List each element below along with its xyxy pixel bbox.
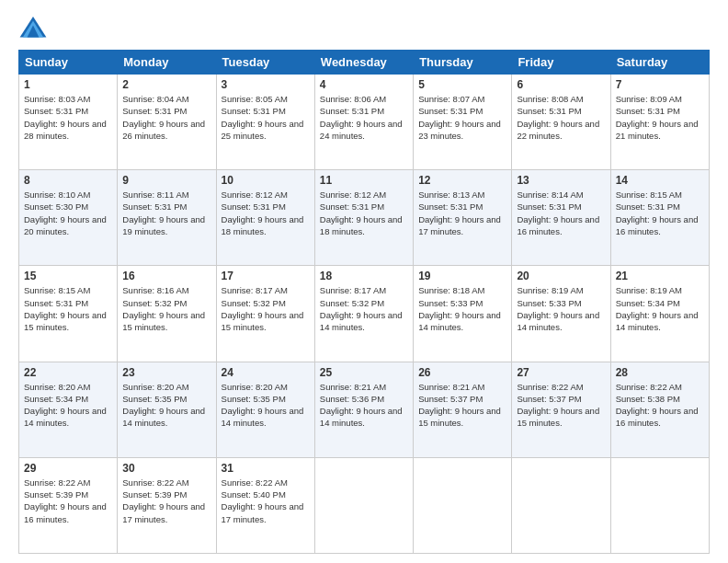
weekday-header-cell: Monday [118, 51, 216, 75]
page: SundayMondayTuesdayWednesdayThursdayFrid… [0, 0, 728, 563]
calendar-day-cell: 31 Sunrise: 8:22 AM Sunset: 5:40 PM Dayl… [216, 457, 314, 553]
calendar-body: 1 Sunrise: 8:03 AM Sunset: 5:31 PM Dayli… [19, 75, 710, 554]
day-number: 31 [222, 462, 310, 475]
day-number: 6 [517, 78, 605, 91]
day-info: Sunrise: 8:12 AM Sunset: 5:31 PM Dayligh… [320, 189, 408, 237]
day-number: 15 [24, 270, 112, 282]
calendar-day-cell [414, 457, 512, 553]
day-number: 28 [616, 366, 704, 379]
day-number: 23 [122, 366, 210, 379]
weekday-header-cell: Sunday [19, 51, 118, 75]
calendar-day-cell: 30 Sunrise: 8:22 AM Sunset: 5:39 PM Dayl… [118, 457, 216, 553]
calendar-day-cell: 6 Sunrise: 8:08 AM Sunset: 5:31 PM Dayli… [512, 75, 610, 170]
day-info: Sunrise: 8:07 AM Sunset: 5:31 PM Dayligh… [418, 93, 506, 142]
weekday-header-row: SundayMondayTuesdayWednesdayThursdayFrid… [19, 51, 710, 75]
day-number: 26 [418, 366, 506, 379]
calendar-day-cell: 25 Sunrise: 8:21 AM Sunset: 5:36 PM Dayl… [314, 362, 413, 457]
calendar-day-cell [314, 457, 413, 553]
calendar-day-cell: 12 Sunrise: 8:13 AM Sunset: 5:31 PM Dayl… [414, 170, 512, 266]
calendar-day-cell: 18 Sunrise: 8:17 AM Sunset: 5:32 PM Dayl… [314, 266, 413, 362]
day-info: Sunrise: 8:18 AM Sunset: 5:33 PM Dayligh… [418, 284, 506, 333]
day-number: 25 [320, 366, 408, 379]
day-info: Sunrise: 8:20 AM Sunset: 5:34 PM Dayligh… [24, 381, 112, 430]
calendar-day-cell: 3 Sunrise: 8:05 AM Sunset: 5:31 PM Dayli… [216, 75, 314, 170]
calendar-day-cell: 19 Sunrise: 8:18 AM Sunset: 5:33 PM Dayl… [414, 266, 512, 362]
day-info: Sunrise: 8:15 AM Sunset: 5:31 PM Dayligh… [24, 284, 112, 333]
calendar-day-cell: 4 Sunrise: 8:06 AM Sunset: 5:31 PM Dayli… [314, 75, 413, 170]
day-info: Sunrise: 8:17 AM Sunset: 5:32 PM Dayligh… [222, 284, 310, 333]
day-info: Sunrise: 8:11 AM Sunset: 5:31 PM Dayligh… [122, 189, 210, 237]
calendar-day-cell [512, 457, 610, 553]
day-number: 22 [24, 366, 112, 379]
day-info: Sunrise: 8:21 AM Sunset: 5:37 PM Dayligh… [418, 381, 506, 430]
day-info: Sunrise: 8:20 AM Sunset: 5:35 PM Dayligh… [222, 381, 310, 430]
day-info: Sunrise: 8:22 AM Sunset: 5:39 PM Dayligh… [122, 477, 210, 525]
calendar-day-cell: 13 Sunrise: 8:14 AM Sunset: 5:31 PM Dayl… [512, 170, 610, 266]
calendar-week-row: 15 Sunrise: 8:15 AM Sunset: 5:31 PM Dayl… [19, 266, 710, 362]
day-info: Sunrise: 8:16 AM Sunset: 5:32 PM Dayligh… [122, 284, 210, 333]
day-info: Sunrise: 8:20 AM Sunset: 5:35 PM Dayligh… [122, 381, 210, 430]
calendar-week-row: 29 Sunrise: 8:22 AM Sunset: 5:39 PM Dayl… [19, 457, 710, 553]
day-number: 9 [122, 174, 210, 187]
day-info: Sunrise: 8:05 AM Sunset: 5:31 PM Dayligh… [222, 93, 310, 142]
day-number: 20 [517, 270, 605, 282]
day-info: Sunrise: 8:13 AM Sunset: 5:31 PM Dayligh… [418, 189, 506, 237]
header [18, 15, 710, 40]
day-number: 24 [222, 366, 310, 379]
day-info: Sunrise: 8:10 AM Sunset: 5:30 PM Dayligh… [24, 189, 112, 237]
day-number: 16 [122, 270, 210, 282]
calendar-day-cell: 21 Sunrise: 8:19 AM Sunset: 5:34 PM Dayl… [610, 266, 709, 362]
calendar-day-cell: 28 Sunrise: 8:22 AM Sunset: 5:38 PM Dayl… [610, 362, 709, 457]
day-number: 5 [418, 78, 506, 91]
calendar-day-cell: 22 Sunrise: 8:20 AM Sunset: 5:34 PM Dayl… [19, 362, 118, 457]
day-info: Sunrise: 8:21 AM Sunset: 5:36 PM Dayligh… [320, 381, 408, 430]
calendar-day-cell: 26 Sunrise: 8:21 AM Sunset: 5:37 PM Dayl… [414, 362, 512, 457]
day-number: 27 [517, 366, 605, 379]
day-info: Sunrise: 8:19 AM Sunset: 5:33 PM Dayligh… [517, 284, 605, 333]
day-number: 2 [122, 78, 210, 91]
day-info: Sunrise: 8:15 AM Sunset: 5:31 PM Dayligh… [616, 189, 704, 237]
calendar-day-cell: 17 Sunrise: 8:17 AM Sunset: 5:32 PM Dayl… [216, 266, 314, 362]
day-number: 13 [517, 174, 605, 187]
calendar-day-cell: 8 Sunrise: 8:10 AM Sunset: 5:30 PM Dayli… [19, 170, 118, 266]
day-info: Sunrise: 8:17 AM Sunset: 5:32 PM Dayligh… [320, 284, 408, 333]
day-info: Sunrise: 8:22 AM Sunset: 5:40 PM Dayligh… [222, 477, 310, 525]
day-number: 4 [320, 78, 408, 91]
calendar-day-cell: 23 Sunrise: 8:20 AM Sunset: 5:35 PM Dayl… [118, 362, 216, 457]
calendar-week-row: 1 Sunrise: 8:03 AM Sunset: 5:31 PM Dayli… [19, 75, 710, 170]
day-info: Sunrise: 8:14 AM Sunset: 5:31 PM Dayligh… [517, 189, 605, 237]
day-number: 19 [418, 270, 506, 282]
calendar-day-cell: 9 Sunrise: 8:11 AM Sunset: 5:31 PM Dayli… [118, 170, 216, 266]
day-info: Sunrise: 8:22 AM Sunset: 5:39 PM Dayligh… [24, 477, 112, 525]
day-info: Sunrise: 8:06 AM Sunset: 5:31 PM Dayligh… [320, 93, 408, 142]
day-number: 14 [616, 174, 704, 187]
day-info: Sunrise: 8:08 AM Sunset: 5:31 PM Dayligh… [517, 93, 605, 142]
day-number: 10 [222, 174, 310, 187]
calendar-day-cell: 7 Sunrise: 8:09 AM Sunset: 5:31 PM Dayli… [610, 75, 709, 170]
day-number: 12 [418, 174, 506, 187]
day-number: 8 [24, 174, 112, 187]
calendar-week-row: 22 Sunrise: 8:20 AM Sunset: 5:34 PM Dayl… [19, 362, 710, 457]
day-number: 17 [222, 270, 310, 282]
calendar-day-cell: 24 Sunrise: 8:20 AM Sunset: 5:35 PM Dayl… [216, 362, 314, 457]
day-number: 1 [24, 78, 112, 91]
day-info: Sunrise: 8:22 AM Sunset: 5:37 PM Dayligh… [517, 381, 605, 430]
calendar-day-cell: 14 Sunrise: 8:15 AM Sunset: 5:31 PM Dayl… [610, 170, 709, 266]
day-info: Sunrise: 8:12 AM Sunset: 5:31 PM Dayligh… [222, 189, 310, 237]
logo [18, 15, 51, 40]
weekday-header-cell: Saturday [610, 51, 709, 75]
calendar-table: SundayMondayTuesdayWednesdayThursdayFrid… [18, 50, 710, 554]
calendar-week-row: 8 Sunrise: 8:10 AM Sunset: 5:30 PM Dayli… [19, 170, 710, 266]
day-number: 7 [616, 78, 704, 91]
calendar-day-cell: 16 Sunrise: 8:16 AM Sunset: 5:32 PM Dayl… [118, 266, 216, 362]
weekday-header-cell: Tuesday [216, 51, 314, 75]
calendar-day-cell: 2 Sunrise: 8:04 AM Sunset: 5:31 PM Dayli… [118, 75, 216, 170]
day-number: 18 [320, 270, 408, 282]
day-info: Sunrise: 8:04 AM Sunset: 5:31 PM Dayligh… [122, 93, 210, 142]
day-number: 3 [222, 78, 310, 91]
day-number: 21 [616, 270, 704, 282]
calendar-day-cell: 15 Sunrise: 8:15 AM Sunset: 5:31 PM Dayl… [19, 266, 118, 362]
calendar-day-cell: 5 Sunrise: 8:07 AM Sunset: 5:31 PM Dayli… [414, 75, 512, 170]
day-info: Sunrise: 8:03 AM Sunset: 5:31 PM Dayligh… [24, 93, 112, 142]
weekday-header-cell: Wednesday [314, 51, 413, 75]
